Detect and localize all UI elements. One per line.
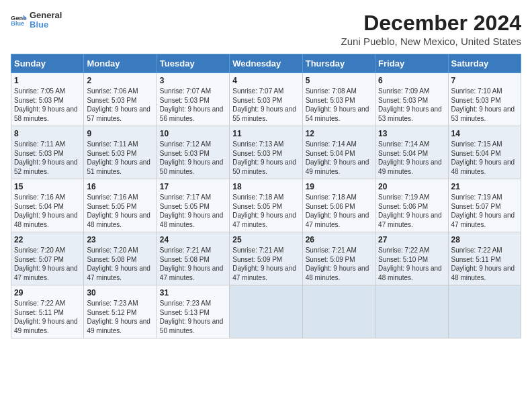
calendar-cell: 3 Sunrise: 7:07 AMSunset: 5:03 PMDayligh… — [157, 73, 229, 126]
day-number: 26 — [306, 235, 372, 244]
svg-text:Blue: Blue — [11, 21, 24, 28]
calendar-cell: 22 Sunrise: 7:20 AMSunset: 5:07 PMDaylig… — [11, 232, 84, 285]
cell-text: Sunrise: 7:19 AMSunset: 5:07 PMDaylight:… — [451, 193, 515, 228]
cell-text: Sunrise: 7:23 AMSunset: 5:13 PMDaylight:… — [160, 300, 224, 334]
cell-text: Sunrise: 7:05 AMSunset: 5:03 PMDaylight:… — [14, 87, 78, 122]
cell-text: Sunrise: 7:20 AMSunset: 5:08 PMDaylight:… — [87, 246, 150, 281]
calendar-cell — [375, 285, 448, 338]
calendar-week-row: 1 Sunrise: 7:05 AMSunset: 5:03 PMDayligh… — [11, 73, 521, 126]
cell-text: Sunrise: 7:07 AMSunset: 5:03 PMDaylight:… — [232, 87, 296, 122]
cell-text: Sunrise: 7:14 AMSunset: 5:04 PMDaylight:… — [306, 140, 369, 175]
calendar-cell: 21 Sunrise: 7:19 AMSunset: 5:07 PMDaylig… — [448, 179, 521, 232]
cell-text: Sunrise: 7:09 AMSunset: 5:03 PMDaylight:… — [378, 87, 442, 122]
calendar-cell: 6 Sunrise: 7:09 AMSunset: 5:03 PMDayligh… — [375, 73, 448, 126]
calendar-cell: 4 Sunrise: 7:07 AMSunset: 5:03 PMDayligh… — [230, 73, 302, 126]
title-area: December 2024 Zuni Pueblo, New Mexico, U… — [341, 11, 521, 47]
calendar-cell: 9 Sunrise: 7:11 AMSunset: 5:03 PMDayligh… — [84, 126, 157, 179]
calendar-cell: 29 Sunrise: 7:22 AMSunset: 5:11 PMDaylig… — [11, 285, 84, 338]
calendar-cell: 20 Sunrise: 7:19 AMSunset: 5:06 PMDaylig… — [375, 179, 448, 232]
calendar-cell: 28 Sunrise: 7:22 AMSunset: 5:11 PMDaylig… — [448, 232, 521, 285]
day-number: 21 — [451, 182, 518, 191]
day-number: 22 — [14, 235, 81, 244]
weekday-header-cell: Wednesday — [230, 54, 302, 73]
cell-text: Sunrise: 7:22 AMSunset: 5:10 PMDaylight:… — [378, 246, 442, 281]
month-title: December 2024 — [341, 11, 521, 36]
logo-icon: General Blue — [11, 13, 27, 27]
day-number: 7 — [451, 76, 518, 85]
calendar-table: SundayMondayTuesdayWednesdayThursdayFrid… — [11, 54, 521, 338]
day-number: 20 — [378, 182, 445, 191]
cell-text: Sunrise: 7:22 AMSunset: 5:11 PMDaylight:… — [14, 300, 78, 334]
cell-text: Sunrise: 7:19 AMSunset: 5:06 PMDaylight:… — [378, 193, 442, 228]
calendar-cell: 18 Sunrise: 7:18 AMSunset: 5:05 PMDaylig… — [230, 179, 302, 232]
weekday-header-cell: Saturday — [448, 54, 521, 73]
day-number: 14 — [451, 129, 518, 138]
weekday-header-cell: Sunday — [11, 54, 84, 73]
day-number: 5 — [306, 76, 372, 85]
day-number: 24 — [160, 235, 226, 244]
day-number: 8 — [14, 129, 81, 138]
page-container: General Blue General Blue December 2024 … — [0, 0, 532, 344]
cell-text: Sunrise: 7:21 AMSunset: 5:09 PMDaylight:… — [232, 246, 296, 281]
cell-text: Sunrise: 7:22 AMSunset: 5:11 PMDaylight:… — [451, 246, 515, 281]
calendar-cell: 31 Sunrise: 7:23 AMSunset: 5:13 PMDaylig… — [157, 285, 229, 338]
day-number: 2 — [87, 76, 153, 85]
weekday-header-cell: Tuesday — [157, 54, 229, 73]
calendar-cell: 15 Sunrise: 7:16 AMSunset: 5:04 PMDaylig… — [11, 179, 84, 232]
calendar-cell: 11 Sunrise: 7:13 AMSunset: 5:03 PMDaylig… — [230, 126, 302, 179]
cell-text: Sunrise: 7:18 AMSunset: 5:05 PMDaylight:… — [232, 193, 296, 228]
day-number: 1 — [14, 76, 81, 85]
day-number: 17 — [160, 182, 226, 191]
cell-text: Sunrise: 7:18 AMSunset: 5:06 PMDaylight:… — [306, 193, 369, 228]
calendar-cell: 1 Sunrise: 7:05 AMSunset: 5:03 PMDayligh… — [11, 73, 84, 126]
day-number: 12 — [306, 129, 372, 138]
day-number: 13 — [378, 129, 445, 138]
cell-text: Sunrise: 7:21 AMSunset: 5:09 PMDaylight:… — [306, 246, 369, 281]
day-number: 31 — [160, 288, 226, 298]
calendar-cell: 14 Sunrise: 7:15 AMSunset: 5:04 PMDaylig… — [448, 126, 521, 179]
calendar-cell: 8 Sunrise: 7:11 AMSunset: 5:03 PMDayligh… — [11, 126, 84, 179]
weekday-header-cell: Monday — [84, 54, 157, 73]
day-number: 6 — [378, 76, 445, 85]
cell-text: Sunrise: 7:08 AMSunset: 5:03 PMDaylight:… — [306, 87, 369, 122]
calendar-week-row: 8 Sunrise: 7:11 AMSunset: 5:03 PMDayligh… — [11, 126, 521, 179]
calendar-cell: 27 Sunrise: 7:22 AMSunset: 5:10 PMDaylig… — [375, 232, 448, 285]
header-area: General Blue General Blue December 2024 … — [11, 11, 521, 47]
logo-blue: Blue — [30, 20, 62, 30]
calendar-cell: 12 Sunrise: 7:14 AMSunset: 5:04 PMDaylig… — [302, 126, 375, 179]
day-number: 28 — [451, 235, 518, 244]
cell-text: Sunrise: 7:15 AMSunset: 5:04 PMDaylight:… — [451, 140, 515, 175]
day-number: 19 — [306, 182, 372, 191]
calendar-cell: 25 Sunrise: 7:21 AMSunset: 5:09 PMDaylig… — [230, 232, 302, 285]
calendar-cell: 19 Sunrise: 7:18 AMSunset: 5:06 PMDaylig… — [302, 179, 375, 232]
cell-text: Sunrise: 7:23 AMSunset: 5:12 PMDaylight:… — [87, 300, 150, 334]
day-number: 29 — [14, 288, 81, 298]
location-title: Zuni Pueblo, New Mexico, United States — [341, 36, 521, 47]
logo-general: General — [30, 11, 62, 20]
calendar-cell: 30 Sunrise: 7:23 AMSunset: 5:12 PMDaylig… — [84, 285, 157, 338]
day-number: 4 — [232, 76, 299, 85]
calendar-cell — [448, 285, 521, 338]
day-number: 11 — [232, 129, 299, 138]
cell-text: Sunrise: 7:16 AMSunset: 5:05 PMDaylight:… — [87, 193, 150, 228]
day-number: 10 — [160, 129, 226, 138]
calendar-week-row: 22 Sunrise: 7:20 AMSunset: 5:07 PMDaylig… — [11, 232, 521, 285]
cell-text: Sunrise: 7:20 AMSunset: 5:07 PMDaylight:… — [14, 246, 78, 281]
day-number: 15 — [14, 182, 81, 191]
weekday-header-cell: Friday — [375, 54, 448, 73]
cell-text: Sunrise: 7:11 AMSunset: 5:03 PMDaylight:… — [14, 140, 78, 175]
cell-text: Sunrise: 7:17 AMSunset: 5:05 PMDaylight:… — [160, 193, 224, 228]
calendar-cell: 5 Sunrise: 7:08 AMSunset: 5:03 PMDayligh… — [302, 73, 375, 126]
day-number: 9 — [87, 129, 153, 138]
cell-text: Sunrise: 7:06 AMSunset: 5:03 PMDaylight:… — [87, 87, 150, 122]
cell-text: Sunrise: 7:13 AMSunset: 5:03 PMDaylight:… — [232, 140, 296, 175]
cell-text: Sunrise: 7:21 AMSunset: 5:08 PMDaylight:… — [160, 246, 224, 281]
cell-text: Sunrise: 7:16 AMSunset: 5:04 PMDaylight:… — [14, 193, 78, 228]
day-number: 25 — [232, 235, 299, 244]
weekday-header-cell: Thursday — [302, 54, 375, 73]
calendar-cell: 13 Sunrise: 7:14 AMSunset: 5:04 PMDaylig… — [375, 126, 448, 179]
calendar-week-row: 15 Sunrise: 7:16 AMSunset: 5:04 PMDaylig… — [11, 179, 521, 232]
day-number: 18 — [232, 182, 299, 191]
calendar-cell — [302, 285, 375, 338]
calendar-body: 1 Sunrise: 7:05 AMSunset: 5:03 PMDayligh… — [11, 73, 521, 338]
